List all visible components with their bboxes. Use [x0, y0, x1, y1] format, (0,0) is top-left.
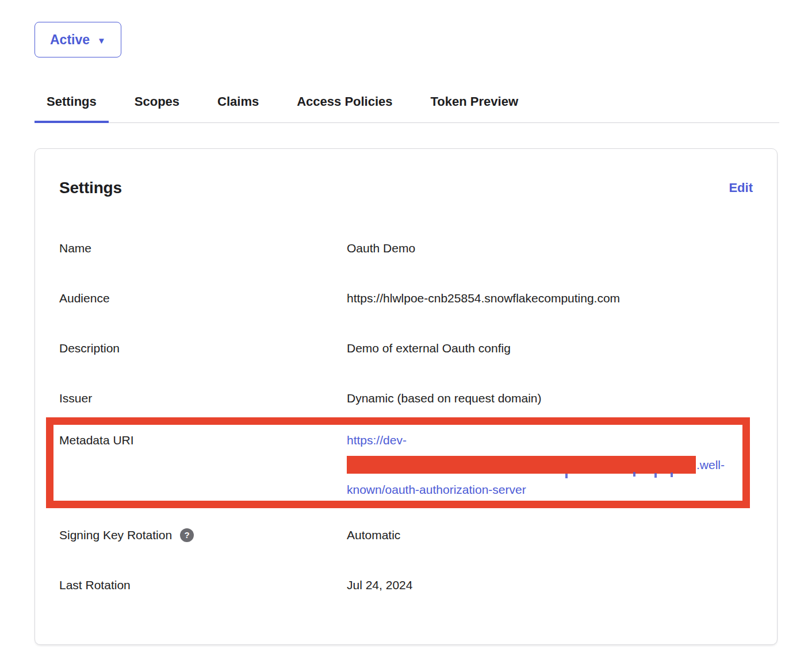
tab-claims[interactable]: Claims	[205, 94, 271, 122]
card-header: Settings Edit	[59, 178, 753, 198]
status-dropdown-button[interactable]: Active ▼	[35, 22, 121, 57]
field-value: Dynamic (based on request domain)	[347, 390, 753, 407]
field-value: Oauth Demo	[347, 240, 753, 257]
field-row-signing-key-rotation: Signing Key Rotation ? Automatic	[59, 527, 753, 544]
tab-access-policies[interactable]: Access Policies	[285, 94, 404, 122]
field-row-audience: Audience https://hlwlpoe-cnb25854.snowfl…	[59, 290, 753, 307]
field-label: Last Rotation	[59, 577, 347, 594]
field-row-metadata-uri: Metadata URI https://dev- .well- known/o…	[59, 428, 753, 502]
card-title: Settings	[59, 178, 122, 198]
metadata-uri-line3: known/oauth-authorization-server	[347, 477, 753, 502]
field-value: Jul 24, 2024	[347, 577, 753, 594]
field-value: Automatic	[347, 527, 753, 544]
question-help-icon[interactable]: ?	[180, 528, 194, 542]
field-value: https://hlwlpoe-cnb25854.snowflakecomput…	[347, 290, 753, 307]
field-label: Signing Key Rotation	[59, 527, 172, 544]
field-label: Metadata URI	[59, 428, 347, 502]
field-row-last-rotation: Last Rotation Jul 24, 2024	[59, 577, 753, 594]
tab-bar: Settings Scopes Claims Access Policies T…	[35, 94, 779, 123]
status-label: Active	[50, 32, 90, 48]
metadata-uri-line2-suffix: .well-	[696, 458, 725, 471]
metadata-uri-link[interactable]: https://dev- .well- known/oauth-authoriz…	[347, 428, 753, 502]
page: Active ▼ Settings Scopes Claims Access P…	[0, 0, 785, 672]
edit-link[interactable]: Edit	[729, 181, 753, 195]
field-row-name: Name Oauth Demo	[59, 240, 753, 257]
field-label: Issuer	[59, 390, 347, 407]
redaction-bar	[347, 456, 696, 474]
caret-down-icon: ▼	[97, 36, 106, 45]
tab-token-preview[interactable]: Token Preview	[419, 94, 530, 122]
settings-card: Settings Edit Name Oauth Demo Audience h…	[35, 148, 778, 645]
field-value: Demo of external Oauth config	[347, 340, 753, 357]
field-label: Audience	[59, 290, 347, 307]
field-label: Description	[59, 340, 347, 357]
tab-settings[interactable]: Settings	[35, 94, 109, 122]
metadata-uri-line2: .well-	[347, 452, 753, 477]
field-row-issuer: Issuer Dynamic (based on request domain)	[59, 390, 753, 407]
metadata-uri-line1: https://dev-	[347, 428, 753, 452]
field-row-description: Description Demo of external Oauth confi…	[59, 340, 753, 357]
tab-scopes[interactable]: Scopes	[122, 94, 192, 122]
field-label: Name	[59, 240, 347, 257]
